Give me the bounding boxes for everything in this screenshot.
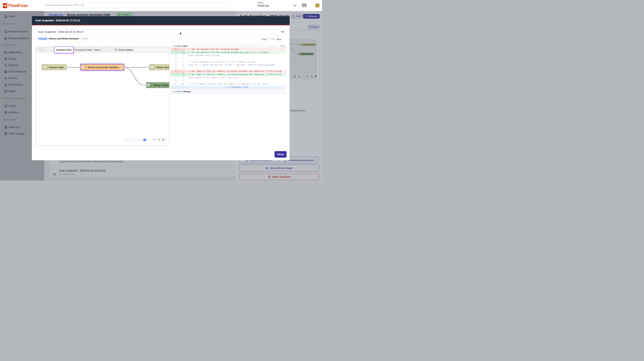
svg-text:Return Result: Return Result [304,44,314,46]
svg-text:Debug Output: Debug Output [302,53,312,55]
